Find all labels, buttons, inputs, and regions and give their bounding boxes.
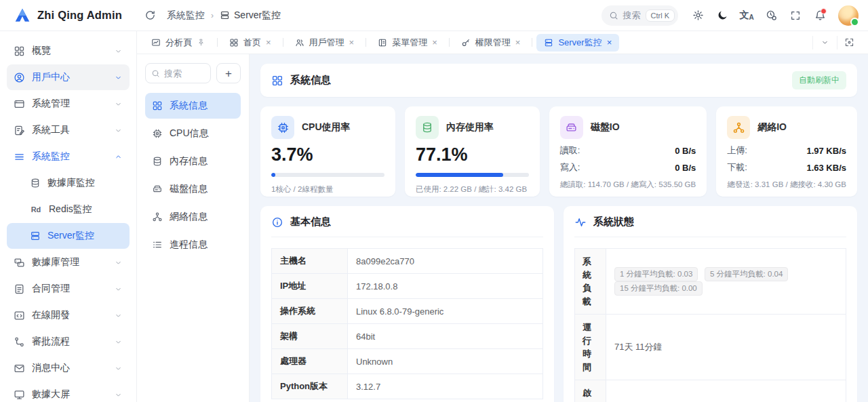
refresh-icon[interactable]	[140, 5, 160, 26]
close-icon[interactable]: ×	[349, 38, 355, 47]
processor-value: Unknown	[348, 349, 543, 374]
submenu-search[interactable]	[145, 63, 211, 83]
monitor-lines-icon	[14, 151, 25, 163]
tab-menu-manage[interactable]: 菜單管理 ×	[370, 34, 445, 52]
memory-icon	[152, 156, 163, 167]
sidebar-item-online-dev[interactable]: 在線開發	[7, 302, 130, 328]
load-5min-badge: 5 分鐘平均負載: 0.04	[705, 267, 788, 281]
sidebar-item-contract-manage[interactable]: 合同管理	[7, 276, 130, 302]
load-1min-badge: 1 分鐘平均負載: 0.03	[614, 267, 698, 281]
breadcrumb-root[interactable]: 系統監控	[167, 9, 205, 22]
chevron-down-icon	[114, 73, 123, 82]
close-icon[interactable]: ×	[607, 38, 612, 47]
grid-icon	[271, 75, 283, 87]
fullscreen-icon[interactable]	[785, 5, 806, 26]
close-icon[interactable]: ×	[515, 38, 521, 47]
tabs-chevron-down-icon[interactable]	[812, 36, 837, 49]
arch-value: 64bit	[348, 324, 543, 349]
submenu-item-process-info[interactable]: 進程信息	[145, 232, 241, 258]
sidebar-item-user-center[interactable]: 用戶中心	[7, 64, 130, 90]
tab-permission-manage[interactable]: 權限管理 ×	[454, 34, 528, 52]
activity-icon	[574, 216, 587, 228]
sidebar-item-database-manage[interactable]: 數據庫管理	[7, 249, 130, 275]
server-icon	[544, 38, 553, 47]
submenu-item-system-info[interactable]: 系統信息	[145, 93, 241, 119]
close-icon[interactable]: ×	[432, 38, 437, 47]
submenu-item-disk-info[interactable]: 磁盤信息	[145, 176, 241, 202]
pin-icon[interactable]	[197, 38, 205, 47]
translate-icon[interactable]: 文A	[736, 5, 757, 26]
content-fullscreen-icon[interactable]	[837, 36, 861, 49]
network-io-card: 網絡IO 上傳:1.97 KB/s 下載:1.63 KB/s 總發送: 3.31…	[716, 106, 857, 197]
tab-home[interactable]: 首页 ×	[222, 34, 279, 52]
sidebar-item-database-monitor[interactable]: 數據庫監控	[7, 170, 130, 196]
hostname-value: 8a099e2ca770	[348, 249, 543, 274]
sidebar-item-message-center[interactable]: 消息中心	[7, 355, 130, 381]
memory-usage-card: 內存使用率 77.1% 已使用: 2.22 GB / 總計: 3.42 GB	[405, 106, 540, 197]
submenu-search-input[interactable]	[164, 68, 203, 79]
section-header: 系統信息 自動刷新中	[260, 64, 857, 97]
chevron-down-icon	[114, 258, 123, 267]
boot-time-value: 2025-10-29T14:10:42	[606, 380, 846, 402]
sidebar-item-data-screen[interactable]: 數據大屏	[7, 382, 130, 402]
stat-cards: CPU使用率 3.7% 1核心 / 2線程數量 內存使用率 77.1%	[260, 106, 857, 197]
grid-icon	[14, 45, 25, 57]
gear-icon[interactable]	[688, 5, 708, 26]
timezone-icon[interactable]	[761, 5, 781, 26]
app-logo[interactable]: Zhi Qing Admin	[14, 7, 122, 24]
sidebar: 概覽 用戶中心 系統管理 系統工具 系統監控 數據庫監控 Rd	[0, 31, 137, 402]
server-icon	[30, 230, 41, 241]
process-list-icon	[152, 239, 163, 250]
cpu-usage-card: CPU使用率 3.7% 1核心 / 2線程數量	[260, 106, 395, 197]
table-row: 系統負載 1 分鐘平均負載: 0.03 5 分鐘平均負載: 0.04 15 分鐘…	[575, 249, 846, 315]
os-value: Linux 6.8.0-79-generic	[348, 299, 543, 324]
sidebar-item-overview[interactable]: 概覽	[7, 38, 130, 64]
sidebar-item-redis-monitor[interactable]: Rd Redis監控	[7, 197, 130, 222]
breadcrumb-separator: ›	[211, 11, 214, 20]
auto-refresh-badge: 自動刷新中	[792, 71, 846, 89]
disk-io-card: 磁盤IO 讀取:0 B/s 寫入:0 B/s 總讀取: 114.70 GB / …	[549, 106, 707, 197]
disk-icon	[560, 116, 583, 139]
moon-icon[interactable]	[712, 5, 732, 26]
chevron-down-icon	[114, 285, 123, 294]
sidebar-item-system-tools[interactable]: 系統工具	[7, 117, 130, 143]
chevron-down-icon	[114, 126, 123, 135]
avatar[interactable]	[838, 5, 859, 26]
close-icon[interactable]: ×	[266, 38, 271, 47]
table-row: Python版本3.12.7	[272, 374, 543, 399]
memory-usage-value: 77.1%	[416, 144, 529, 165]
network-icon	[727, 116, 750, 139]
tab-analysis[interactable]: 分析頁	[144, 34, 213, 52]
database-manage-icon	[14, 257, 25, 268]
submenu-item-memory-info[interactable]: 內存信息	[145, 148, 241, 174]
sidebar-item-approval-flow[interactable]: 審批流程	[7, 329, 130, 355]
sidebar-item-server-monitor[interactable]: Server監控	[7, 223, 130, 249]
global-search[interactable]: 搜索 Ctrl K	[601, 5, 679, 26]
sidebar-item-system-manage[interactable]: 系統管理	[7, 91, 130, 117]
bell-icon[interactable]	[810, 5, 830, 26]
add-button[interactable]: +	[216, 63, 241, 83]
database-icon	[30, 178, 41, 188]
python-version-value: 3.12.7	[348, 374, 543, 399]
search-placeholder: 搜索	[623, 9, 641, 22]
tool-icon	[14, 125, 25, 136]
tab-separator	[217, 38, 218, 47]
sidebar-item-system-monitor[interactable]: 系統監控	[7, 144, 130, 169]
redis-rd-icon: Rd	[30, 205, 42, 214]
cpu-usage-value: 3.7%	[271, 144, 384, 165]
key-icon	[461, 38, 471, 47]
chevron-up-icon	[114, 153, 123, 161]
tab-user-manage[interactable]: 用戶管理 ×	[288, 34, 362, 52]
tab-separator	[532, 38, 532, 47]
chevron-down-icon	[114, 47, 123, 56]
chevron-down-icon	[114, 100, 123, 108]
submenu-item-network-info[interactable]: 網絡信息	[145, 204, 241, 230]
tab-server-monitor[interactable]: Server監控 ×	[536, 34, 619, 52]
ip-value: 172.18.0.8	[348, 274, 543, 299]
table-row: 主機名8a099e2ca770	[272, 249, 543, 274]
chevron-down-icon	[114, 338, 123, 346]
breadcrumb-current[interactable]: Server監控	[220, 9, 281, 22]
chart-icon	[151, 38, 161, 47]
flow-icon	[14, 336, 25, 348]
submenu-item-cpu-info[interactable]: CPU信息	[145, 121, 241, 146]
